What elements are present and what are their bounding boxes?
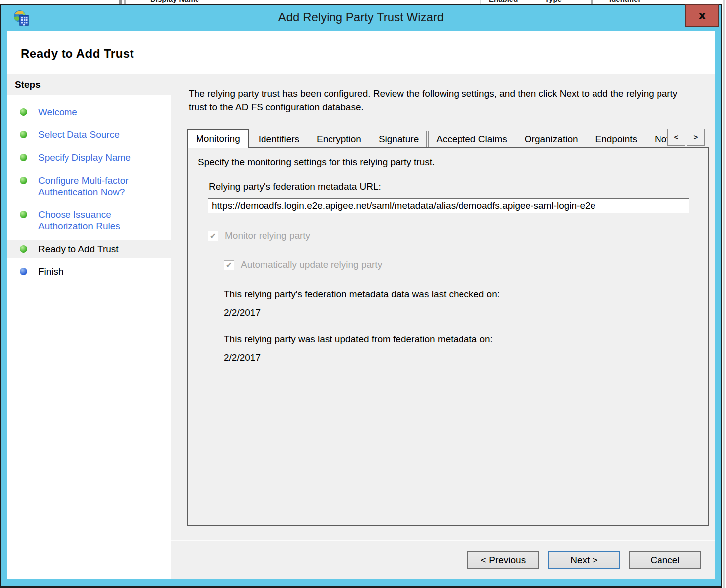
screen: Display Name Enabled Type Identifier (0, 0, 726, 588)
step-item-select-data-source[interactable]: Select Data Source (7, 126, 171, 143)
monitoring-tab-panel: Specify the monitoring settings for this… (187, 147, 709, 526)
step-label: Ready to Add Trust (38, 243, 119, 255)
step-label: Select Data Source (38, 129, 120, 140)
steps-panel: Steps Welcome Select Data Source Specify… (7, 74, 171, 579)
tab-signature[interactable]: Signature (371, 131, 427, 147)
step-label: Choose Issuance Authorization Rules (38, 209, 155, 232)
step-item-configure-mfa[interactable]: Configure Multi-factor Authentication No… (7, 172, 171, 200)
main-area: The relying party trust has been configu… (171, 74, 715, 579)
step-label: Specify Display Name (38, 152, 131, 163)
tab-accepted-claims[interactable]: Accepted Claims (428, 131, 515, 147)
background-window-right-edge (722, 0, 726, 588)
background-column-divider (591, 0, 593, 4)
last-checked-value: 2/2/2017 (224, 307, 708, 318)
monitor-relying-party-label: Monitor relying party (225, 230, 310, 241)
last-updated-value: 2/2/2017 (224, 352, 708, 363)
tab-identifiers[interactable]: Identifiers (251, 131, 307, 147)
tab-endpoints[interactable]: Endpoints (588, 131, 646, 147)
cancel-button[interactable]: Cancel (629, 551, 701, 569)
auto-update-label: Automatically update relying party (241, 260, 382, 270)
step-complete-icon (20, 154, 27, 161)
step-complete-icon (20, 245, 27, 253)
auto-update-relying-party-row: Automatically update relying party (224, 260, 708, 270)
previous-button[interactable]: < Previous (467, 551, 539, 569)
background-column-identifier: Identifier (609, 0, 641, 3)
step-label: Welcome (38, 106, 77, 118)
step-complete-icon (20, 108, 27, 116)
background-column-type: Type (545, 0, 562, 3)
federation-metadata-url-label: Relying party's federation metadata URL: (209, 181, 708, 192)
intro-text: The relying party trust has been configu… (189, 87, 686, 114)
add-relying-party-trust-wizard-dialog: Add Relying Party Trust Wizard x Ready t… (0, 4, 722, 588)
monitor-relying-party-row: Monitor relying party (208, 230, 708, 241)
background-column-divider (480, 0, 481, 4)
step-complete-icon (20, 177, 27, 184)
last-updated-label: This relying party was last updated from… (224, 334, 708, 345)
dialog-body: Ready to Add Trust Steps Welcome Select … (7, 31, 715, 579)
federation-metadata-url-input[interactable] (208, 198, 689, 213)
background-column-display-name: Display Name (150, 0, 199, 3)
step-complete-icon (20, 211, 27, 218)
monitoring-instruction: Specify the monitoring settings for this… (198, 157, 708, 168)
step-item-finish[interactable]: Finish (7, 263, 171, 280)
step-item-ready-to-add-trust[interactable]: Ready to Add Trust (7, 240, 171, 258)
step-label: Configure Multi-factor Authentication No… (38, 175, 155, 197)
tab-monitoring[interactable]: Monitoring (187, 129, 249, 148)
tabs-row: Monitoring Identifiers Encryption Signat… (187, 128, 709, 147)
step-item-specify-display-name[interactable]: Specify Display Name (7, 149, 171, 166)
background-scrollbar-edge (723, 0, 725, 588)
last-checked-label: This relying party's federation metadata… (224, 289, 708, 300)
steps-header: Steps (7, 74, 171, 95)
tab-organization[interactable]: Organization (517, 131, 586, 147)
tab-encryption[interactable]: Encryption (309, 131, 369, 147)
monitor-relying-party-checkbox-checked-icon (208, 231, 218, 241)
auto-update-checkbox-checked-icon (224, 260, 234, 270)
footer-button-bar: < Previous Next > Cancel (171, 540, 715, 579)
content-row: Steps Welcome Select Data Source Specify… (7, 74, 715, 579)
background-scrollbar-fragment (119, 0, 122, 4)
tab-scroll-left-icon[interactable]: < (667, 129, 685, 146)
background-scrollbar-fragment (124, 0, 126, 4)
close-button[interactable]: x (685, 4, 719, 27)
step-complete-icon (20, 131, 27, 138)
step-item-issuance-authorization-rules[interactable]: Choose Issuance Authorization Rules (7, 206, 171, 235)
settings-tab-control: Monitoring Identifiers Encryption Signat… (187, 128, 709, 526)
titlebar: Add Relying Party Trust Wizard x (7, 5, 715, 31)
background-column-enabled: Enabled (489, 0, 518, 3)
step-pending-icon (20, 268, 27, 275)
tab-scrollers: < > (667, 129, 705, 146)
step-item-welcome[interactable]: Welcome (7, 103, 171, 121)
tab-scroll-right-icon[interactable]: > (687, 129, 705, 146)
background-window-sliver: Display Name Enabled Type Identifier (0, 0, 722, 4)
step-label: Finish (38, 266, 64, 277)
next-button[interactable]: Next > (548, 551, 620, 569)
dialog-title: Add Relying Party Trust Wizard (7, 5, 715, 31)
page-title: Ready to Add Trust (7, 31, 715, 74)
